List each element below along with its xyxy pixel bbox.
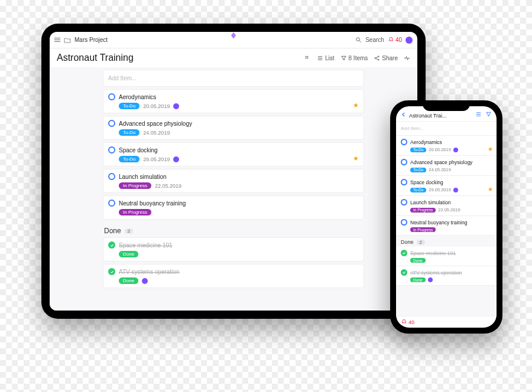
assignee-avatar — [428, 277, 433, 282]
add-item-input[interactable]: Add Item... — [103, 70, 364, 87]
share-icon — [374, 55, 380, 61]
assignee-avatar — [173, 156, 179, 162]
list-item[interactable]: Advanced space physiology To-Do 24.05.20… — [103, 116, 364, 140]
status-badge: Done — [119, 277, 138, 284]
checkbox-icon[interactable] — [108, 173, 115, 180]
filter-icon[interactable] — [485, 111, 492, 119]
star-icon[interactable]: ★ — [488, 146, 493, 152]
folder-icon[interactable] — [64, 37, 71, 43]
done-section-header[interactable]: Done 2 — [103, 222, 364, 237]
view-dots-button[interactable] — [304, 55, 311, 61]
item-date: 29.05.2019 — [429, 187, 451, 192]
checkbox-icon[interactable] — [108, 146, 115, 153]
list-item[interactable]: Neutral buoyancy training In Progress — [396, 216, 497, 236]
list-item[interactable]: Space medicine 101 Done — [103, 237, 364, 262]
list-item[interactable]: Neutral buoyancy training In Progress — [103, 195, 364, 220]
checkbox-icon[interactable] — [401, 139, 407, 145]
phone-page-title: Astronaut Trai... — [409, 113, 473, 119]
checkbox-icon[interactable] — [401, 199, 407, 205]
tablet-screen: Mars Project Search 40 Astronaut Trainin… — [50, 32, 417, 311]
list-icon — [317, 55, 323, 61]
filter-icon — [340, 55, 347, 61]
list-item[interactable]: Space docking To-Do 29.05.2019 ★ — [103, 142, 364, 166]
done-count: 2 — [417, 240, 425, 245]
share-button[interactable]: Share — [374, 55, 398, 61]
app-topbar: Mars Project Search 40 — [50, 32, 417, 48]
item-title: Space medicine 101 — [410, 250, 456, 256]
done-section-label: Done — [401, 239, 414, 245]
svg-point-4 — [306, 57, 307, 58]
grid-icon — [304, 55, 311, 61]
svg-point-3 — [307, 55, 309, 57]
assignee-avatar — [453, 148, 458, 152]
checkbox-done-icon[interactable] — [401, 269, 407, 276]
star-icon[interactable]: ★ — [353, 102, 359, 109]
status-badge: To-Do — [410, 168, 426, 172]
search-label[interactable]: Search — [365, 37, 384, 43]
star-icon[interactable]: ★ — [353, 155, 359, 162]
checkbox-icon[interactable] — [108, 200, 115, 207]
phone-bottom-bar: 40 — [396, 316, 497, 328]
star-icon[interactable]: ★ — [488, 186, 493, 192]
svg-point-5 — [307, 57, 309, 58]
checkbox-done-icon[interactable] — [108, 268, 115, 275]
list-icon[interactable] — [475, 111, 482, 119]
list-item[interactable]: ATV systems operation Done — [396, 266, 497, 286]
status-badge: To-Do — [410, 188, 426, 192]
list-item[interactable]: Launch simulation In Progress 22.05.2019 — [103, 169, 364, 193]
app-logo-icon — [230, 32, 237, 39]
list-item[interactable]: Space medicine 101 Done — [396, 247, 497, 266]
view-list-button[interactable]: List — [317, 55, 335, 61]
bell-icon — [388, 37, 394, 43]
checkbox-done-icon[interactable] — [108, 241, 115, 249]
status-badge: Done — [410, 277, 426, 282]
item-title: Neutral buoyancy training — [410, 220, 467, 226]
item-date: 22.05.2019 — [438, 207, 460, 213]
assignee-avatar — [453, 188, 458, 192]
phone-device: Astronaut Trai... Add Item... Aerodynami… — [390, 100, 502, 334]
checkbox-icon[interactable] — [108, 120, 115, 127]
checkbox-icon[interactable] — [108, 93, 115, 100]
item-date: 22.05.2019 — [155, 183, 181, 189]
checkbox-icon[interactable] — [401, 159, 407, 165]
activity-button[interactable] — [404, 55, 410, 61]
bell-icon — [401, 319, 407, 325]
checkbox-done-icon[interactable] — [401, 250, 407, 256]
add-item-placeholder: Add Item... — [108, 75, 137, 81]
menu-icon[interactable] — [54, 38, 60, 42]
page-header: Astronaut Training List 8 Items Share — [50, 48, 417, 67]
item-title: Neutral buoyancy training — [119, 200, 186, 207]
list-item[interactable]: ATV systems operation Done — [103, 264, 364, 288]
notifications-button[interactable]: 40 — [401, 319, 414, 325]
back-button[interactable] — [401, 112, 407, 119]
list-item[interactable]: Advanced space physiology To-Do 24.05.20… — [396, 156, 497, 176]
phone-screen: Astronaut Trai... Add Item... Aerodynami… — [396, 106, 497, 328]
item-date: 24.05.2019 — [143, 130, 170, 136]
breadcrumb[interactable]: Mars Project — [74, 37, 108, 43]
list-item[interactable]: Launch simulation In Progress 22.05.2019 — [396, 196, 497, 216]
item-title: Aerodynamics — [119, 94, 156, 100]
item-title: Advanced space physiology — [410, 159, 472, 165]
svg-point-0 — [356, 38, 360, 41]
filter-button[interactable]: 8 Items — [340, 55, 368, 61]
assignee-avatar — [142, 278, 148, 284]
checkbox-icon[interactable] — [401, 219, 407, 226]
list-item[interactable]: Aerodynamics To-Do 20.05.2019 ★ — [103, 89, 364, 113]
status-badge: To-Do — [119, 103, 140, 109]
status-badge: Done — [410, 258, 426, 263]
status-badge: To-Do — [119, 129, 140, 136]
add-item-input[interactable]: Add Item... — [396, 122, 497, 136]
item-title: Aerodynamics — [410, 139, 442, 145]
list-item[interactable]: Aerodynamics To-Do 20.05.2019 ★ — [396, 136, 497, 156]
done-section-header[interactable]: Done 2 — [396, 236, 497, 247]
list-item[interactable]: Space docking To-Do 29.05.2019 ★ — [396, 176, 497, 196]
checkbox-icon[interactable] — [401, 179, 407, 185]
notification-count: 40 — [408, 319, 414, 325]
avatar[interactable] — [406, 37, 413, 44]
item-title: Advanced space physiology — [119, 120, 192, 127]
status-badge: Done — [119, 251, 138, 257]
item-title: Space docking — [410, 179, 443, 185]
search-icon[interactable] — [355, 37, 362, 43]
notifications-button[interactable]: 40 — [388, 37, 402, 43]
svg-point-9 — [375, 57, 376, 58]
